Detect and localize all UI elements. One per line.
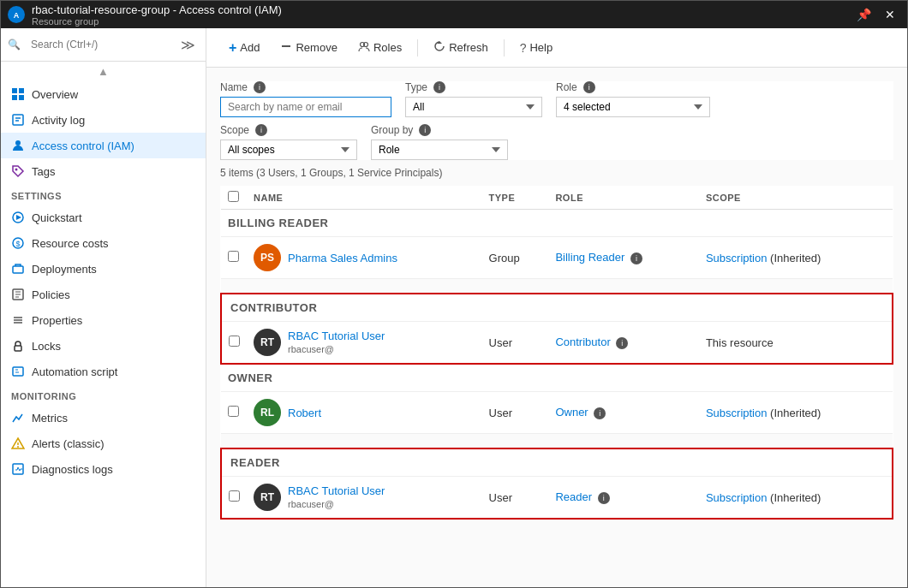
- scope-link[interactable]: Subscription: [706, 491, 768, 504]
- pin-button[interactable]: 📌: [851, 6, 876, 23]
- avatar: RL: [254, 399, 281, 426]
- avatar: RT: [254, 329, 281, 356]
- svg-text:$: $: [15, 240, 20, 248]
- sidebar-item-properties[interactable]: Properties: [1, 307, 206, 333]
- avatar: PS: [254, 244, 281, 271]
- table-row: PS Pharma Sales Admins Group Billing Rea…: [221, 237, 893, 279]
- sidebar-item-alerts[interactable]: Alerts (classic): [1, 431, 206, 456]
- remove-icon: [280, 40, 292, 55]
- name-link[interactable]: RBAC Tutorial User: [288, 484, 385, 497]
- scope-filter-select[interactable]: All scopes This resource Inherited: [220, 140, 357, 160]
- name-link[interactable]: Pharma Sales Admins: [288, 252, 397, 264]
- locks-label: Locks: [32, 340, 61, 353]
- filter-role-group: Role i 4 selected: [556, 81, 710, 117]
- type-info-icon[interactable]: i: [433, 81, 445, 93]
- sidebar-item-metrics[interactable]: Metrics: [1, 405, 206, 431]
- row-name-cell: PS Pharma Sales Admins: [247, 237, 482, 279]
- role-link[interactable]: Billing Reader: [555, 251, 624, 264]
- row-checkbox[interactable]: [228, 251, 239, 262]
- header-name: NAME: [247, 186, 482, 210]
- name-link[interactable]: Robert: [288, 407, 321, 419]
- overview-icon: [11, 87, 25, 101]
- iam-label: Access control (IAM): [32, 140, 134, 152]
- sidebar-item-iam[interactable]: Access control (IAM): [1, 133, 206, 158]
- svg-rect-2: [12, 88, 17, 93]
- name-link[interactable]: RBAC Tutorial User: [288, 330, 385, 342]
- role-filter-select[interactable]: 4 selected: [556, 97, 710, 117]
- policies-label: Policies: [32, 288, 70, 301]
- sidebar-item-deployments[interactable]: Deployments: [1, 256, 206, 282]
- iam-icon: [11, 139, 25, 152]
- refresh-button[interactable]: Refresh: [425, 37, 497, 58]
- filter-section: Name i Type i All U: [220, 81, 893, 160]
- row-checkbox-col: [221, 392, 247, 434]
- role-link[interactable]: Reader: [555, 490, 592, 503]
- add-button[interactable]: + Add: [220, 37, 268, 59]
- titlebar: A rbac-tutorial-resource-group - Access …: [1, 1, 907, 28]
- role-row-info-icon[interactable]: i: [616, 337, 628, 349]
- add-icon: +: [229, 40, 236, 56]
- groupby-filter-select[interactable]: Role Type Name: [371, 140, 508, 160]
- select-all-checkbox[interactable]: [228, 191, 239, 202]
- alerts-icon: [11, 437, 25, 450]
- name-info-icon[interactable]: i: [254, 81, 266, 93]
- search-input[interactable]: [24, 35, 174, 54]
- role-link[interactable]: Contributor: [555, 336, 610, 348]
- help-icon: ?: [520, 41, 527, 55]
- window-subtitle: Resource group: [32, 16, 851, 27]
- row-checkbox[interactable]: [229, 490, 240, 502]
- header-role: ROLE: [548, 186, 699, 210]
- remove-button[interactable]: Remove: [272, 37, 345, 58]
- role-info-icon[interactable]: i: [583, 81, 595, 93]
- scope-link[interactable]: Subscription: [706, 252, 768, 264]
- resource-costs-label: Resource costs: [32, 237, 109, 250]
- window-title: rbac-tutorial-resource-group - Access co…: [32, 3, 282, 16]
- type-filter-select[interactable]: All User Group Service Principal: [405, 97, 542, 117]
- name-text-container: Robert: [288, 407, 321, 419]
- row-checkbox-col: [221, 477, 247, 520]
- sidebar-item-overview[interactable]: Overview: [1, 81, 206, 107]
- row-checkbox[interactable]: [229, 336, 240, 347]
- search-icon: 🔍: [8, 39, 21, 50]
- groupby-info-icon[interactable]: i: [419, 124, 431, 136]
- activity-label: Activity log: [32, 114, 85, 127]
- sidebar-item-policies[interactable]: Policies: [1, 282, 206, 307]
- scope-info-icon[interactable]: i: [255, 124, 267, 136]
- sidebar-item-locks[interactable]: Locks: [1, 333, 206, 359]
- costs-icon: $: [11, 236, 25, 250]
- svg-rect-6: [13, 115, 23, 125]
- sidebar-item-quickstart[interactable]: Quickstart: [1, 205, 206, 230]
- table-row: RL Robert User Owner i Subscription (Inh…: [221, 392, 893, 434]
- tags-label: Tags: [32, 165, 55, 178]
- deployments-label: Deployments: [32, 263, 97, 276]
- automation-script-label: Automation script: [32, 365, 117, 378]
- close-button[interactable]: ✕: [880, 6, 900, 23]
- role-link[interactable]: Owner: [555, 406, 588, 419]
- sidebar-item-diagnostics[interactable]: Diagnostics logs: [1, 456, 206, 482]
- roles-button[interactable]: Roles: [349, 37, 410, 58]
- name-sub: rbacuser@: [288, 344, 334, 354]
- filter-name-group: Name i: [220, 81, 391, 117]
- quickstart-label: Quickstart: [32, 211, 82, 224]
- help-button[interactable]: ? Help: [511, 38, 562, 58]
- filter-row-2: Scope i All scopes This resource Inherit…: [220, 124, 893, 160]
- sidebar-item-tags[interactable]: Tags: [1, 158, 206, 184]
- scope-link[interactable]: Subscription: [706, 407, 768, 419]
- svg-rect-4: [12, 95, 17, 100]
- window-controls: 📌 ✕: [851, 6, 900, 23]
- role-row-info-icon[interactable]: i: [594, 407, 606, 419]
- name-cell-container: RT RBAC Tutorial Userrbacuser@: [254, 329, 475, 356]
- row-type-cell: User: [482, 477, 549, 520]
- name-filter-input[interactable]: [220, 97, 391, 117]
- row-checkbox[interactable]: [228, 406, 239, 417]
- row-scope-cell: Subscription (Inherited): [699, 477, 893, 520]
- props-icon: [11, 313, 25, 327]
- sidebar-collapse-button[interactable]: ≫: [177, 37, 199, 53]
- sidebar-item-resource-costs[interactable]: $ Resource costs: [1, 230, 206, 256]
- sidebar-item-activity-log[interactable]: Activity log: [1, 107, 206, 133]
- sidebar-item-automation-script[interactable]: Automation script: [1, 359, 206, 384]
- role-row-info-icon[interactable]: i: [598, 492, 610, 504]
- metrics-icon: [11, 411, 25, 425]
- role-row-info-icon[interactable]: i: [630, 252, 642, 264]
- filter-scope-label: Scope i: [220, 124, 357, 136]
